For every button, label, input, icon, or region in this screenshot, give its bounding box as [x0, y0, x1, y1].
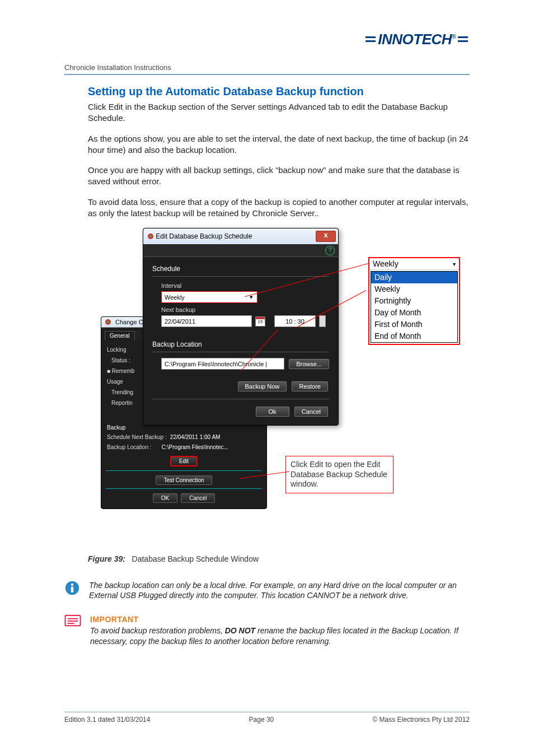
dropdown-option[interactable]: End of Month — [371, 330, 457, 342]
interval-dropdown[interactable]: Weekly▾ — [161, 291, 257, 303]
section-location: Backup Location — [152, 340, 329, 348]
close-icon[interactable]: x — [316, 231, 336, 242]
date-input[interactable]: 22/04/2011 — [161, 315, 252, 327]
important-note: To avoid backup restoration problems, DO… — [90, 626, 470, 646]
label-next-backup: Schedule Next Backup : — [107, 434, 167, 440]
body-paragraph: Once you are happy with all backup setti… — [88, 165, 470, 188]
value-backup-location: C:\Program Files\Innotec... — [162, 444, 228, 450]
tab-general[interactable]: General — [105, 331, 135, 340]
info-icon — [64, 580, 80, 596]
label-backup-location: Backup Location : — [107, 444, 152, 450]
backup-schedule-dialog: Edit Database Backup Schedule x ? Schedu… — [143, 228, 339, 426]
chevron-down-icon: ▾ — [453, 261, 456, 267]
important-label: IMPORTANT — [90, 615, 470, 624]
ok-button[interactable]: OK — [153, 493, 177, 503]
dropdown-option[interactable]: Fortnightly — [371, 295, 457, 307]
section-heading: Setting up the Automatic Database Backup… — [88, 85, 470, 98]
interval-dropdown-expanded: Weekly▾ DailyWeeklyFortnightlyDay of Mon… — [368, 257, 460, 345]
divider — [64, 74, 470, 75]
important-icon — [64, 615, 81, 627]
label-next-backup: Next backup — [161, 306, 329, 313]
restore-button[interactable]: Restore — [292, 381, 328, 391]
value-next-backup: 22/04/2011 1:00 AM — [170, 434, 221, 440]
body-paragraph: As the options show, you are able to set… — [88, 133, 470, 156]
body-paragraph: Click Edit in the Backup section of the … — [88, 101, 470, 124]
dropdown-option[interactable]: Day of Month — [371, 307, 457, 319]
time-input[interactable]: 10 : 30 — [274, 315, 316, 327]
location-input[interactable]: C:\Program Files\Innotech\Chronicle | — [161, 358, 284, 370]
doc-header: Chronicle Installation Instructions — [64, 63, 470, 72]
cancel-button[interactable]: Cancel — [181, 493, 215, 503]
dropdown-option[interactable]: Weekly — [371, 283, 457, 295]
cancel-button[interactable]: Cancel — [294, 407, 328, 417]
dropdown-option[interactable]: First of Month — [371, 319, 457, 330]
svg-point-3 — [149, 235, 152, 237]
info-note: The backup location can only be a local … — [89, 580, 470, 600]
time-spinner[interactable]: ▴▾ — [319, 315, 326, 327]
figure-caption: Figure 39: Database Backup Schedule Wind… — [88, 554, 470, 563]
label-interval: Interval — [161, 282, 329, 289]
dropdown-option[interactable]: Daily — [371, 272, 457, 283]
browse-button[interactable]: Browse... — [289, 359, 329, 369]
body-paragraph: To avoid data loss, ensure that a copy o… — [88, 197, 470, 220]
ok-button[interactable]: Ok — [256, 407, 289, 417]
annotation-callout: Click Edit to open the Edit Database Bac… — [285, 456, 394, 493]
footer-left: Edition 3.1 dated 31/03/2014 — [64, 716, 150, 724]
help-icon[interactable]: ? — [325, 246, 335, 255]
dialog-titlebar: Edit Database Backup Schedule x — [143, 228, 338, 244]
edit-backup-button[interactable]: Edit — [171, 456, 197, 466]
svg-rect-7 — [65, 615, 80, 626]
footer-center: Page 30 — [249, 716, 274, 724]
svg-point-1 — [107, 321, 109, 323]
test-connection-button[interactable]: Test Connection — [156, 475, 213, 485]
backup-now-button[interactable]: Backup Now — [238, 381, 287, 391]
figure-composite: Change Chronic General Locking Status : … — [78, 228, 470, 544]
calendar-icon[interactable]: 15 — [255, 316, 265, 326]
svg-point-5 — [71, 584, 73, 586]
brand-logo: INNOTECH® — [366, 31, 468, 48]
app-icon — [147, 233, 154, 240]
footer-right: © Mass Electronics Pty Ltd 2012 — [372, 716, 470, 724]
dropdown-selected[interactable]: Weekly▾ — [369, 258, 459, 270]
svg-rect-6 — [71, 586, 73, 592]
section-schedule: Schedule — [152, 265, 329, 273]
app-icon — [105, 319, 111, 325]
